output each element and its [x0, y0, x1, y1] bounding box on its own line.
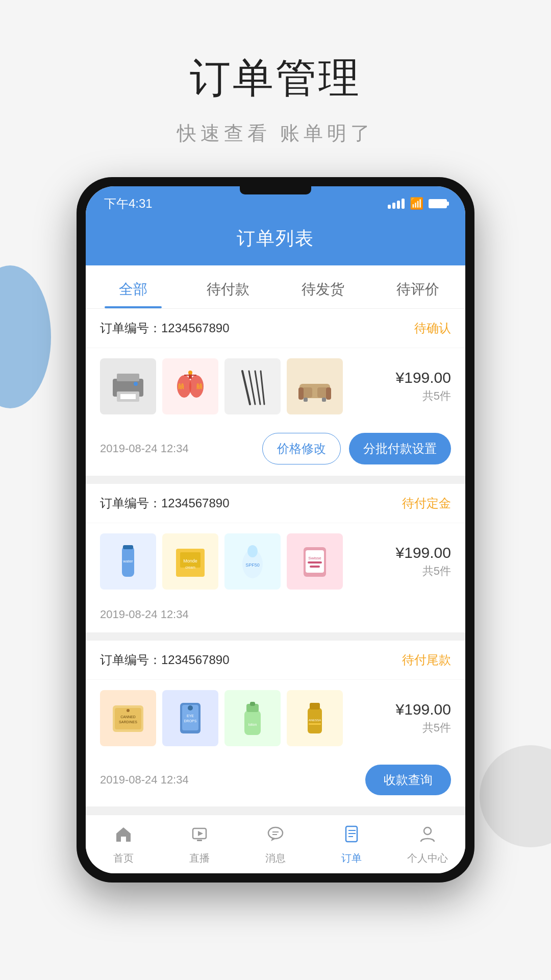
battery-icon	[429, 199, 447, 208]
product-image	[224, 358, 281, 414]
page-title: 订单管理	[0, 51, 551, 106]
svg-text:EYE: EYE	[187, 714, 194, 718]
svg-text:囍: 囍	[178, 383, 184, 390]
product-image: ANESSA	[287, 690, 343, 746]
order-icon	[342, 824, 361, 848]
sardine-svg: CANNED SARDINES	[108, 698, 148, 739]
product-image: CANNED SARDINES	[100, 690, 156, 746]
chopsticks-svg	[232, 366, 273, 407]
order-card-footer: 2019-08-24 12:34 收款查询	[86, 756, 465, 806]
orders-list: 订单编号：1234567890 待确认	[86, 309, 465, 806]
order-price-area: ¥199.00 共5件	[390, 369, 451, 404]
product-image: lotion	[224, 690, 281, 746]
gold-svg: ANESSA	[294, 698, 335, 739]
svg-rect-24	[123, 545, 133, 549]
svg-rect-58	[197, 840, 202, 841]
nav-live[interactable]: 直播	[162, 815, 238, 873]
home-icon	[114, 824, 133, 848]
tab-all[interactable]: 全部	[86, 265, 181, 308]
nav-order-label: 订单	[341, 851, 362, 865]
order-date: 2019-08-24 12:34	[100, 608, 189, 621]
svg-point-59	[268, 827, 283, 839]
nav-live-label: 直播	[189, 851, 210, 865]
bottom-nav: 首页 直播	[86, 815, 465, 873]
phone-frame: 下午4:31 📶 订单列表 全	[77, 177, 474, 883]
svg-text:CANNED: CANNED	[120, 715, 136, 719]
profile-icon	[418, 824, 437, 848]
order-count: 共5件	[390, 388, 451, 404]
svg-point-47	[188, 705, 193, 710]
product-image: water	[100, 533, 156, 590]
svg-rect-3	[120, 394, 136, 399]
page-header: 订单管理 快速查看 账单明了	[0, 0, 551, 177]
live-icon	[190, 824, 209, 848]
nav-message[interactable]: 消息	[238, 815, 314, 873]
package-svg: Monde cream	[170, 541, 211, 582]
order-card: 订单编号：1234567890 待付尾款 CANNED SARDIN	[86, 641, 465, 806]
svg-text:lotion: lotion	[248, 723, 257, 726]
order-number: 订单编号：1234567890	[100, 652, 229, 668]
status-icons: 📶	[388, 197, 447, 210]
svg-rect-36	[308, 561, 322, 564]
svg-point-42	[127, 709, 130, 712]
tab-pending-review[interactable]: 待评价	[370, 265, 465, 308]
svg-rect-19	[298, 387, 304, 400]
order-card: 订单编号：1234567890 待付定金 water	[86, 484, 465, 632]
order-actions: 价格修改 分批付款设置	[262, 433, 451, 464]
printer-svg	[108, 366, 148, 407]
tabs-bar: 全部 待付款 待发货 待评价	[86, 265, 465, 309]
order-actions: 收款查询	[365, 765, 451, 795]
svg-text:cream: cream	[185, 566, 195, 569]
product-image: 囍 囍	[162, 358, 218, 414]
svg-text:ANESSA: ANESSA	[309, 719, 321, 722]
nav-profile[interactable]: 个人中心	[389, 815, 465, 873]
order-number: 订单编号：1234567890	[100, 320, 229, 336]
decoration-svg: 囍 囍	[170, 366, 211, 407]
bottle-svg: water	[108, 541, 148, 582]
tab-pending-delivery[interactable]: 待发货	[276, 265, 370, 308]
tab-pending-payment[interactable]: 待付款	[181, 265, 276, 308]
svg-text:SPF50: SPF50	[245, 562, 260, 568]
order-card-header: 订单编号：1234567890 待付尾款	[86, 641, 465, 680]
order-card-header: 订单编号：1234567890 待确认	[86, 309, 465, 348]
svg-text:water: water	[122, 559, 133, 564]
order-price: ¥199.00	[390, 544, 451, 561]
payment-query-button[interactable]: 收款查询	[365, 765, 451, 795]
product-image: EYE DROPS	[162, 690, 218, 746]
svg-text:Monde: Monde	[183, 558, 197, 564]
price-modify-button[interactable]: 价格修改	[262, 433, 341, 464]
order-date: 2019-08-24 12:34	[100, 442, 189, 455]
product-images: CANNED SARDINES EYE DROPS	[100, 690, 382, 746]
nav-home-label: 首页	[113, 851, 134, 865]
order-products: water Monde cream	[86, 523, 465, 600]
svg-text:DROPS: DROPS	[184, 719, 197, 723]
order-date: 2019-08-24 12:34	[100, 773, 189, 787]
nav-home[interactable]: 首页	[86, 815, 162, 873]
signal-icon	[388, 199, 405, 209]
svg-rect-21	[304, 398, 308, 402]
order-number: 订单编号：1234567890	[100, 495, 229, 511]
order-products: 囍 囍	[86, 348, 465, 425]
svg-point-4	[134, 382, 138, 386]
wifi-icon: 📶	[410, 197, 423, 210]
nav-order[interactable]: 订单	[313, 815, 389, 873]
svg-line-12	[242, 371, 250, 404]
product-image: SPF50	[224, 533, 281, 590]
svg-rect-55	[309, 723, 321, 725]
order-price: ¥199.00	[390, 369, 451, 386]
order-status: 待付尾款	[402, 652, 451, 668]
phone-notch	[240, 186, 311, 194]
nav-message-label: 消息	[265, 851, 286, 865]
page-subtitle: 快速查看 账单明了	[0, 120, 551, 146]
svg-rect-20	[326, 387, 331, 400]
app-title: 订单列表	[237, 228, 314, 249]
batch-payment-button[interactable]: 分批付款设置	[349, 433, 451, 464]
order-card-footer: 2019-08-24 12:34 价格修改 分批付款设置	[86, 425, 465, 476]
svg-point-31	[247, 545, 258, 557]
product-image: Monde cream	[162, 533, 218, 590]
product-images: water Monde cream	[100, 533, 382, 590]
order-count: 共5件	[390, 720, 451, 736]
app-header: 订单列表	[86, 217, 465, 265]
order-products: CANNED SARDINES EYE DROPS	[86, 680, 465, 756]
sofa-svg	[294, 366, 335, 407]
